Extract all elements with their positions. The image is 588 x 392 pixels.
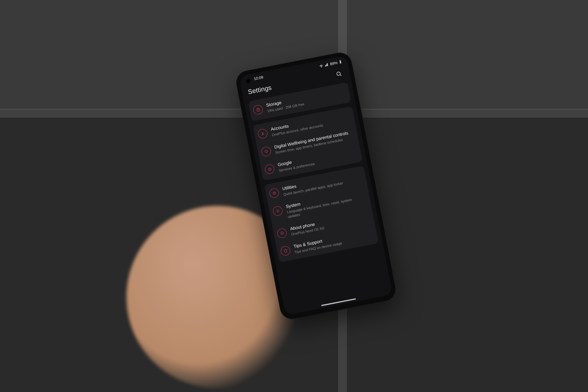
storage-icon	[253, 104, 264, 115]
accounts-icon	[257, 128, 268, 139]
phone-screen: 10:09 89% Settings	[239, 55, 393, 315]
search-icon	[335, 70, 343, 78]
status-battery-text: 89%	[330, 60, 338, 66]
battery-icon	[338, 59, 343, 64]
svg-point-9	[277, 210, 278, 211]
svg-point-10	[280, 231, 283, 234]
svg-point-6	[262, 132, 263, 134]
search-button[interactable]	[333, 69, 345, 80]
svg-point-1	[337, 71, 341, 76]
settings-group: Utilities Quick launch, parallel apps, a…	[264, 166, 379, 263]
svg-line-4	[257, 109, 258, 109]
wellbeing-icon	[260, 146, 272, 157]
system-icon	[272, 205, 283, 216]
settings-list: Storage 19% used · 208 GB free Accounts …	[244, 81, 393, 315]
tips-icon	[280, 245, 291, 256]
google-icon	[264, 164, 275, 175]
utilities-icon	[269, 188, 280, 199]
signal-icon	[324, 62, 329, 67]
phone-frame: 10:09 89% Settings	[234, 50, 398, 321]
svg-line-2	[340, 74, 341, 76]
about-icon	[276, 227, 288, 238]
status-time: 10:09	[253, 75, 264, 81]
page-title: Settings	[247, 84, 272, 96]
wifi-icon	[319, 63, 324, 68]
svg-line-5	[258, 109, 259, 110]
